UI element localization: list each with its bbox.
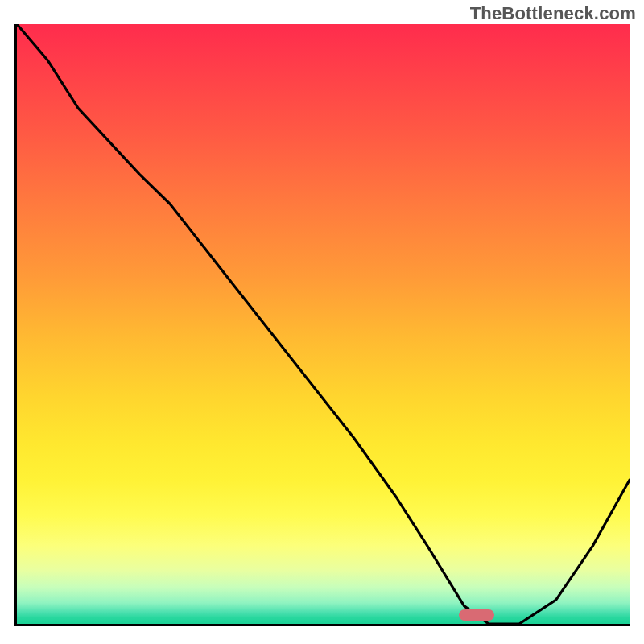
chart-container: TheBottleneck.com [0, 0, 644, 644]
watermark-text: TheBottleneck.com [470, 3, 636, 24]
optimum-marker [459, 609, 494, 621]
x-axis [14, 624, 630, 626]
bottleneck-curve [17, 24, 630, 624]
plot-area [17, 24, 630, 624]
